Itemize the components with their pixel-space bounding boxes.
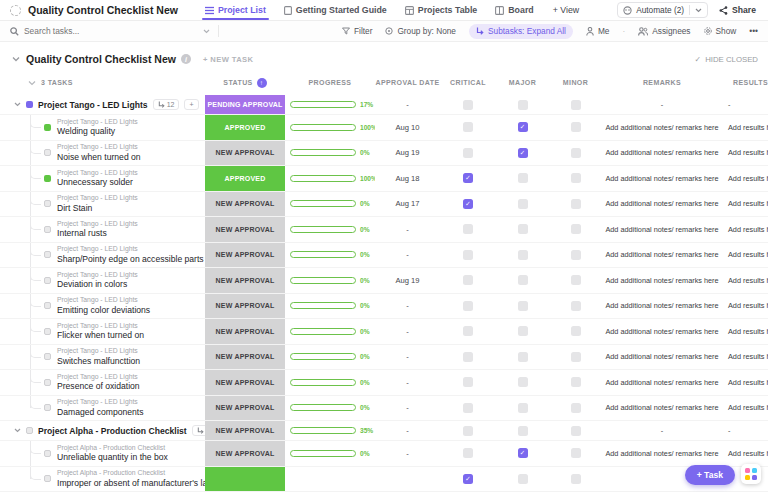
major-checkbox[interactable]: ✓ bbox=[518, 122, 528, 132]
subtasks-toggle[interactable]: Subtasks: Expand All bbox=[469, 24, 573, 39]
task-row-subtask[interactable]: Project Tango - LED Lights Unnecessary s… bbox=[0, 166, 768, 192]
approval-date-cell[interactable]: - bbox=[375, 421, 440, 440]
status-cell[interactable]: NEW APPROVAL bbox=[205, 421, 285, 440]
results-cell[interactable]: Add results here bbox=[722, 141, 768, 166]
task-row-subtask[interactable]: Project Alpha - Production Checklist Unr… bbox=[0, 441, 768, 467]
parent-breadcrumb[interactable]: Project Tango - LED Lights bbox=[57, 398, 143, 406]
approval-date-cell[interactable]: - bbox=[375, 345, 440, 370]
column-status[interactable]: STATUS ↑ bbox=[205, 78, 285, 88]
parent-breadcrumb[interactable]: Project Tango - LED Lights bbox=[57, 271, 138, 279]
status-cell[interactable]: NEW APPROVAL bbox=[205, 294, 285, 319]
status-cell[interactable]: APPROVED bbox=[205, 115, 285, 140]
task-row-subtask[interactable]: Project Tango - LED Lights Flicker when … bbox=[0, 319, 768, 345]
status-cell[interactable]: NEW APPROVAL bbox=[205, 319, 285, 344]
task-row-subtask[interactable]: Project Tango - LED Lights Welding quali… bbox=[0, 115, 768, 141]
status-cell[interactable]: NEW APPROVAL bbox=[205, 396, 285, 421]
critical-checkbox[interactable] bbox=[463, 301, 473, 311]
minor-checkbox[interactable] bbox=[571, 377, 581, 387]
subtask-count-pill[interactable]: 12 bbox=[153, 99, 180, 110]
critical-checkbox[interactable] bbox=[463, 448, 473, 458]
group-by-button[interactable]: Group by: None bbox=[385, 26, 456, 36]
new-task-button[interactable]: + NEW TASK bbox=[203, 55, 253, 64]
remarks-cell[interactable]: - bbox=[602, 421, 722, 440]
results-cell[interactable]: Add results here bbox=[722, 115, 768, 140]
remarks-cell[interactable]: - bbox=[602, 95, 722, 114]
critical-checkbox[interactable] bbox=[463, 250, 473, 260]
info-icon[interactable]: i bbox=[181, 54, 191, 64]
results-cell[interactable]: Add results here bbox=[722, 345, 768, 370]
collapse-chevron-icon[interactable] bbox=[10, 53, 22, 65]
expand-chevron-icon[interactable] bbox=[14, 102, 21, 107]
app-grid-button[interactable] bbox=[741, 464, 761, 484]
task-row-parent[interactable]: Project Tango - LED Lights 12 + PENDING … bbox=[0, 95, 768, 115]
tab-project-list[interactable]: Project List bbox=[196, 0, 275, 20]
search-input[interactable] bbox=[24, 26, 144, 36]
remarks-cell[interactable]: Add additional notes/ remarks here bbox=[602, 441, 722, 466]
major-checkbox[interactable] bbox=[518, 250, 528, 260]
task-row-subtask[interactable]: Project Tango - LED Lights Noise when tu… bbox=[0, 141, 768, 167]
critical-checkbox[interactable] bbox=[463, 352, 473, 362]
critical-checkbox[interactable]: ✓ bbox=[463, 173, 473, 183]
major-checkbox[interactable]: ✓ bbox=[518, 448, 528, 458]
results-cell[interactable]: Add results here bbox=[722, 370, 768, 395]
results-cell[interactable]: - bbox=[722, 421, 768, 440]
parent-breadcrumb[interactable]: Project Tango - LED Lights bbox=[57, 118, 138, 126]
task-name[interactable]: Project Tango - LED Lights bbox=[38, 100, 148, 110]
status-cell[interactable]: NEW APPROVAL bbox=[205, 441, 285, 466]
group-collapse-chevron-icon[interactable] bbox=[26, 77, 38, 89]
remarks-cell[interactable]: Add additional notes/ remarks here bbox=[602, 141, 722, 166]
task-name[interactable]: Noise when turned on bbox=[57, 152, 141, 163]
task-row-subtask[interactable]: Project Tango - LED Lights Emitting colo… bbox=[0, 294, 768, 320]
minor-checkbox[interactable] bbox=[571, 122, 581, 132]
remarks-cell[interactable]: Add additional notes/ remarks here bbox=[602, 115, 722, 140]
tab-getting-started-guide[interactable]: Getting Started Guide bbox=[275, 0, 396, 20]
status-cell[interactable]: NEW APPROVAL bbox=[205, 192, 285, 217]
results-cell[interactable]: Add results here bbox=[722, 441, 768, 466]
critical-checkbox[interactable] bbox=[463, 426, 473, 436]
task-row-subtask[interactable]: Project Tango - LED Lights Dirt Stain NE… bbox=[0, 192, 768, 218]
status-cell[interactable]: NEW APPROVAL bbox=[205, 141, 285, 166]
results-cell[interactable]: Add results here bbox=[722, 192, 768, 217]
task-row-subtask[interactable]: Project Tango - LED Lights Deviation in … bbox=[0, 268, 768, 294]
major-checkbox[interactable] bbox=[518, 326, 528, 336]
task-name[interactable]: Internal rusts bbox=[57, 228, 138, 239]
results-cell[interactable]: Add results here bbox=[722, 268, 768, 293]
task-name[interactable]: Deviation in colors bbox=[57, 279, 138, 290]
filter-button[interactable]: Filter bbox=[342, 26, 372, 36]
task-name[interactable]: Unreliable quantity in the box bbox=[57, 452, 168, 463]
major-checkbox[interactable] bbox=[518, 199, 528, 209]
status-cell[interactable]: APPROVED bbox=[205, 166, 285, 191]
task-name[interactable]: Improper or absent of manufacturer's lab… bbox=[57, 478, 205, 489]
parent-breadcrumb[interactable]: Project Tango - LED Lights bbox=[57, 143, 141, 151]
critical-checkbox[interactable] bbox=[463, 100, 473, 110]
minor-checkbox[interactable] bbox=[571, 100, 581, 110]
approval-date-cell[interactable]: - bbox=[375, 319, 440, 344]
hide-closed-toggle[interactable]: ✓ HIDE CLOSED bbox=[695, 55, 758, 64]
task-name[interactable]: Switches malfuncttion bbox=[57, 356, 140, 367]
column-results[interactable]: RESULTS bbox=[722, 79, 768, 86]
approval-date-cell[interactable]: - bbox=[375, 294, 440, 319]
remarks-cell[interactable]: Add additional notes/ remarks here bbox=[602, 319, 722, 344]
results-cell[interactable]: - bbox=[722, 95, 768, 114]
remarks-cell[interactable]: Add additional notes/ remarks here bbox=[602, 345, 722, 370]
minor-checkbox[interactable] bbox=[571, 173, 581, 183]
remarks-cell[interactable]: Add additional notes/ remarks here bbox=[602, 370, 722, 395]
major-checkbox[interactable] bbox=[518, 100, 528, 110]
approval-date-cell[interactable]: Aug 10 bbox=[375, 115, 440, 140]
workspace-icon[interactable] bbox=[10, 5, 21, 16]
status-cell[interactable]: NEW APPROVAL bbox=[205, 345, 285, 370]
minor-checkbox[interactable] bbox=[571, 301, 581, 311]
approval-date-cell[interactable]: Aug 19 bbox=[375, 141, 440, 166]
parent-breadcrumb[interactable]: Project Alpha - Production Checklist bbox=[57, 469, 205, 477]
parent-breadcrumb[interactable]: Project Tango - LED Lights bbox=[57, 347, 140, 355]
remarks-cell[interactable]: Add additional notes/ remarks here bbox=[602, 268, 722, 293]
approval-date-cell[interactable]: - bbox=[375, 396, 440, 421]
column-remarks[interactable]: REMARKS bbox=[602, 79, 722, 86]
tab-board[interactable]: Board bbox=[486, 0, 542, 20]
parent-breadcrumb[interactable]: Project Alpha - Production Checklist bbox=[57, 444, 168, 452]
parent-breadcrumb[interactable]: Project Tango - LED Lights bbox=[57, 373, 140, 381]
column-critical[interactable]: CRITICAL bbox=[440, 79, 496, 86]
approval-date-cell[interactable] bbox=[375, 467, 440, 492]
critical-checkbox[interactable] bbox=[463, 326, 473, 336]
me-filter-button[interactable]: Me bbox=[586, 26, 610, 36]
